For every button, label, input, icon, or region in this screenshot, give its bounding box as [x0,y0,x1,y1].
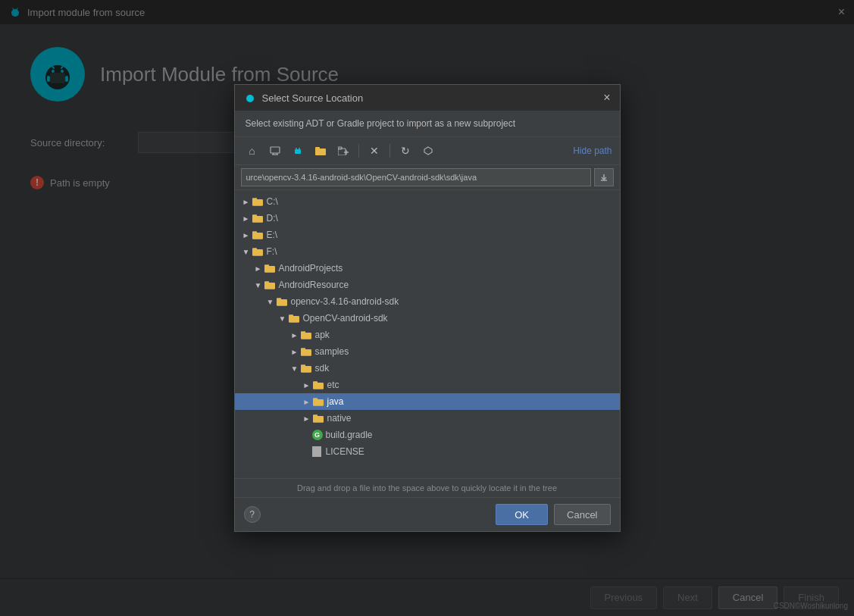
dialog-toolbar: ⌂ [235,137,620,165]
tree-label-d: D:\ [267,213,278,224]
tree-item-e[interactable]: E:\ [235,227,620,243]
toolbar-separator-2 [389,144,390,158]
tree-item-java[interactable]: java [235,393,620,410]
tree-label-c: C:\ [267,196,278,207]
svg-rect-59 [313,414,318,417]
dialog-footer-buttons: OK Cancel [496,504,610,525]
tree-arrow-samples [289,346,300,357]
tree-label-java: java [327,396,344,407]
tree-item-c[interactable]: C:\ [235,193,620,210]
svg-rect-23 [315,149,326,155]
svg-marker-29 [424,147,432,155]
path-refresh-button[interactable] [594,168,614,186]
tree-arrow-apk [289,330,300,340]
tree-item-samples[interactable]: samples [235,343,620,360]
drag-hint: Drag and drop a file into the space abov… [235,478,620,497]
svg-rect-57 [313,398,318,400]
toolbar-new-folder-icon [338,146,349,155]
tree-label-build_gradle: build.gradle [326,430,373,440]
toolbar-refresh-button[interactable]: ↻ [396,142,415,160]
svg-point-21 [296,148,297,149]
dialog-title-text: Select Source Location [262,92,364,104]
toolbar-android-button[interactable] [288,142,308,160]
svg-rect-35 [252,214,257,217]
tree-item-apk[interactable]: apk [235,327,620,343]
toolbar-new-folder-button[interactable] [333,142,353,160]
toolbar-link-button[interactable] [418,142,438,160]
tree-arrow-e [241,230,252,240]
svg-rect-20 [295,149,301,154]
svg-rect-53 [301,364,305,367]
tree-arrow-android_resource [253,280,264,290]
toolbar-android-icon [292,145,303,156]
tree-item-f[interactable]: F:\ [235,243,620,260]
svg-rect-49 [301,331,305,333]
path-bar [235,165,620,190]
svg-rect-45 [277,298,281,300]
tree-label-native: native [327,413,352,424]
svg-rect-47 [289,314,293,317]
svg-rect-16 [271,147,280,153]
file-tree: C:\ D:\ E:\ F:\ AndroidProjects AndroidR… [235,190,620,478]
path-download-icon [599,173,608,182]
tree-arrow-opencv_android_sdk [277,313,288,324]
dialog-cancel-button[interactable]: Cancel [554,504,610,525]
tree-item-d[interactable]: D:\ [235,210,620,227]
folder-icon-opencv_sdk [276,295,288,308]
dialog-footer: ? OK Cancel [235,497,620,531]
folder-icon-etc [312,379,324,391]
toolbar-separator-1 [358,144,359,158]
svg-point-22 [299,148,300,149]
tree-item-native[interactable]: native [235,410,620,427]
tree-item-android_resource[interactable]: AndroidResource [235,277,620,293]
tree-arrow-java [302,396,312,407]
folder-icon-native [312,412,324,424]
tree-item-etc[interactable]: etc [235,377,620,393]
tree-label-android_resource: AndroidResource [279,280,349,290]
dialog-help-button[interactable]: ? [244,506,261,523]
tree-arrow-etc [302,380,312,390]
dialog-android-icon [244,92,256,104]
tree-arrow-c [241,196,252,207]
tree-item-opencv_sdk[interactable]: opencv-3.4.16-android-sdk [235,293,620,310]
folder-icon-apk [300,329,312,341]
tree-label-samples: samples [315,346,349,357]
folder-icon-samples [300,346,312,358]
svg-rect-55 [313,381,318,383]
svg-rect-39 [252,248,257,250]
tree-item-sdk[interactable]: sdk [235,360,620,377]
tree-label-opencv_sdk: opencv-3.4.16-android-sdk [291,296,399,307]
tree-item-opencv_android_sdk[interactable]: OpenCV-android-sdk [235,310,620,327]
toolbar-folder-button[interactable] [311,142,330,160]
folder-icon-d [252,212,264,224]
folder-icon-android_projects [264,262,276,274]
hide-path-link[interactable]: Hide path [573,145,612,156]
svg-rect-43 [264,281,269,283]
main-window: Import module from source × Import Modul… [0,0,854,616]
tree-label-apk: apk [315,330,330,340]
folder-icon-opencv_android_sdk [288,312,300,324]
toolbar-link-icon [423,145,433,156]
svg-rect-24 [315,147,320,149]
gradle-icon-build_gradle: G [312,430,323,440]
toolbar-delete-button[interactable]: ✕ [364,142,384,160]
folder-icon-sdk [300,362,312,374]
tree-arrow-f [241,246,252,257]
tree-item-license[interactable]: LICENSE [235,443,620,460]
tree-item-android_projects[interactable]: AndroidProjects [235,260,620,277]
tree-label-e: E:\ [267,230,278,240]
dialog-ok-button[interactable]: OK [496,504,548,525]
tree-item-build_gradle[interactable]: Gbuild.gradle [235,427,620,443]
tree-arrow-android_projects [253,263,264,274]
dialog-overlay: Select Source Location × Select existing… [0,0,854,616]
path-input[interactable] [241,168,591,186]
tree-arrow-sdk [289,363,300,374]
toolbar-desktop-button[interactable] [265,142,285,160]
tree-label-f: F:\ [267,246,277,257]
folder-icon-e [252,229,264,241]
dialog-title-bar: Select Source Location × [235,85,620,111]
folder-icon-f [252,245,264,258]
dialog-close-button[interactable]: × [603,91,610,105]
tree-arrow-opencv_sdk [265,296,276,307]
toolbar-home-button[interactable]: ⌂ [242,142,262,160]
